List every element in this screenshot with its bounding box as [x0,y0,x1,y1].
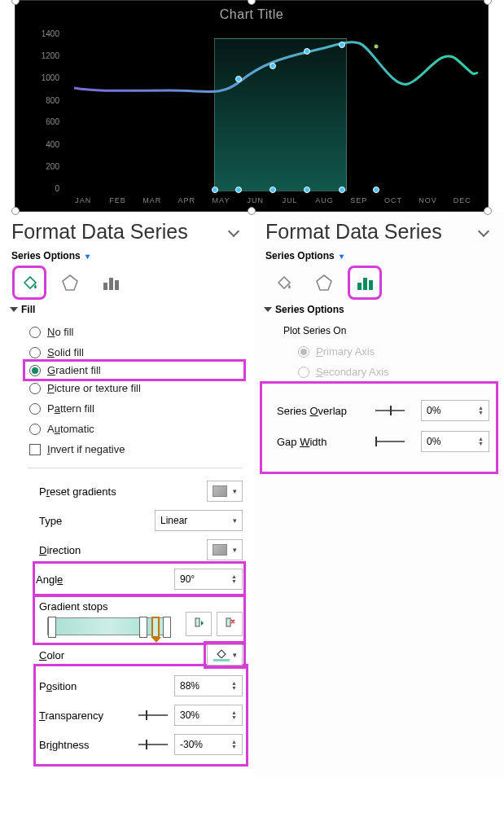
pattern-fill-radio[interactable]: Pattern fill [29,398,243,419]
primary-axis-radio: Primary Axis [298,341,493,362]
preset-gradients-dropdown[interactable]: ▾ [207,481,243,502]
pentagon-icon [60,273,80,292]
series-options-dropdown[interactable]: Series Options ▾ [265,250,493,261]
selection-point[interactable] [373,187,379,193]
pane-menu-icon[interactable] [476,224,493,240]
series-line[interactable] [66,33,480,196]
gradient-stops-bar[interactable] [47,617,171,635]
gradient-stop-selected[interactable] [151,617,160,638]
transparency-input[interactable]: 30%▲▼ [174,705,243,726]
x-tick: MAR [135,196,169,208]
preset-gradients-row: Preset gradients ▾ [39,477,243,506]
subhead-label: Series Options [11,250,81,261]
data-point [375,45,379,49]
selection-point[interactable] [304,187,310,193]
overlap-gap-group: Series Overlap 0%▲▼ Gap Width 0%▲▼ [265,387,493,468]
direction-dropdown[interactable]: ▾ [207,539,243,560]
selection-point[interactable] [235,187,242,193]
chart-area[interactable]: Chart Title 0 200 400 600 800 1000 1200 … [15,0,489,212]
fill-line-tab[interactable] [16,270,42,296]
resize-handle[interactable] [11,207,20,215]
x-axis: JAN FEB MAR APR MAY JUN JUL AUG SEP OCT … [66,196,480,208]
invert-negative-checkbox[interactable]: Invert if negative [29,439,243,459]
direction-row: Direction ▾ [39,535,243,564]
angle-input[interactable]: 90°▲▼ [174,569,243,590]
svg-rect-4 [226,618,230,626]
resize-handle[interactable] [484,0,492,5]
series-options-header[interactable]: Series Options [265,304,493,315]
gap-slider[interactable] [375,436,405,447]
x-tick: NOV [410,196,445,208]
type-dropdown[interactable]: Linear▾ [155,510,243,531]
automatic-radio[interactable]: Automatic [29,419,243,439]
y-tick: 200 [46,161,59,170]
overlap-input[interactable]: 0%▲▼ [421,400,489,421]
series-options-dropdown[interactable]: Series Options ▾ [11,250,243,261]
y-tick: 1400 [42,29,59,38]
picture-fill-radio[interactable]: Picture or texture fill [29,378,243,398]
x-tick: JUN [239,196,273,208]
format-pane-left: Format Data Series Series Options ▾ Fill… [0,212,254,777]
x-tick: JUL [273,196,307,208]
selection-point[interactable] [304,48,310,55]
brightness-row: Brightness -30%▲▼ [39,730,243,759]
divider [28,468,243,468]
expand-icon [10,307,18,312]
gap-width-row: Gap Width 0%▲▼ [277,426,489,457]
brightness-slider[interactable] [138,739,168,750]
color-row: Color ▾ [39,640,243,670]
x-tick: APR [169,196,204,208]
format-tabs [265,270,493,296]
add-stop-icon [191,617,206,631]
svg-rect-0 [103,283,107,290]
pane-menu-icon[interactable] [226,224,243,240]
selection-point[interactable] [270,187,276,193]
x-tick: JAN [66,196,100,208]
position-row: Position 88%▲▼ [39,671,243,701]
gradient-stop[interactable] [163,617,171,638]
series-options-tab[interactable] [98,270,124,296]
bar-chart-icon [101,273,121,292]
selection-point[interactable] [212,187,218,193]
x-tick: MAY [204,196,238,208]
plot-series-on-label: Plot Series On [265,322,493,341]
remove-stop-button[interactable] [217,612,243,636]
transparency-row: Transparency 30%▲▼ [39,701,243,730]
color-dropdown[interactable]: ▾ [207,644,243,665]
add-stop-button[interactable] [186,612,212,636]
y-tick: 600 [46,117,59,126]
position-input[interactable]: 88%▲▼ [174,675,243,696]
selection-point[interactable] [339,187,345,193]
fill-section-header[interactable]: Fill [11,304,243,315]
effects-tab[interactable] [57,270,83,296]
selection-point[interactable] [235,76,242,82]
format-tabs [11,270,243,296]
svg-rect-5 [357,283,362,290]
gap-input[interactable]: 0%▲▼ [421,431,489,452]
y-tick: 0 [55,184,59,193]
selection-point[interactable] [270,63,276,69]
y-axis: 0 200 400 600 800 1000 1200 1400 [15,33,63,188]
effects-tab[interactable] [311,270,337,296]
gradient-stop[interactable] [48,617,56,638]
y-tick: 1000 [42,73,59,82]
type-row: Type Linear▾ [39,506,243,535]
svg-rect-2 [115,280,119,290]
transparency-slider[interactable] [138,709,168,721]
series-overlap-row: Series Overlap 0%▲▼ [277,395,489,426]
fill-line-tab[interactable] [270,270,296,296]
format-pane-right: Format Data Series Series Options ▾ Seri… [254,212,504,777]
overlap-slider[interactable] [375,405,405,416]
gradient-fill-radio[interactable]: Gradient fill [26,362,243,378]
no-fill-radio[interactable]: No fill [29,322,243,342]
resize-handle[interactable] [484,207,492,215]
gradient-stop[interactable] [139,617,147,638]
selection-point[interactable] [339,42,345,48]
chart-container: Chart Title 0 200 400 600 800 1000 1200 … [0,0,504,212]
series-options-tab[interactable] [352,270,378,296]
plot-area[interactable] [66,33,480,196]
x-tick: FEB [100,196,134,208]
resize-handle[interactable] [248,207,256,215]
brightness-input[interactable]: -30%▲▼ [174,734,243,755]
solid-fill-radio[interactable]: Solid fill [29,342,243,362]
